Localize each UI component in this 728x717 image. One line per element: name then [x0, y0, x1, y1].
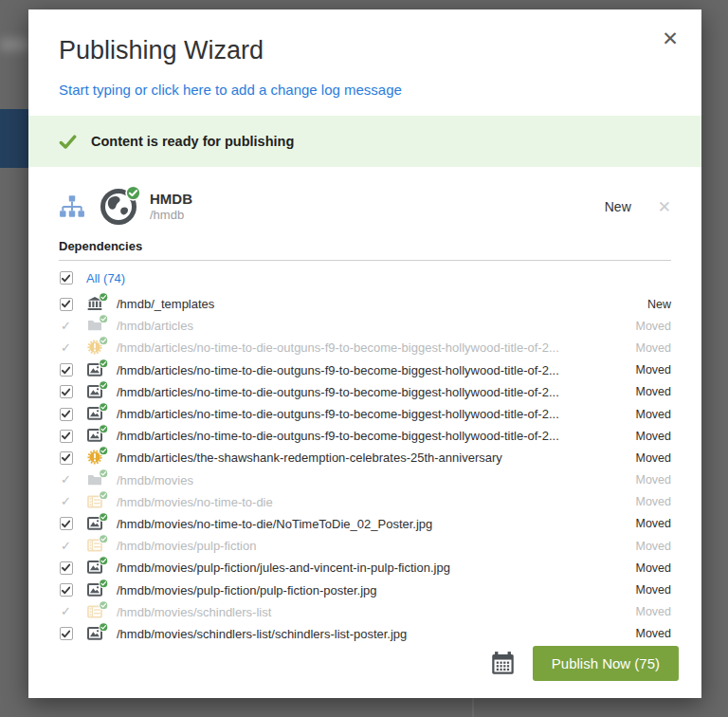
sitemap-icon [59, 194, 85, 219]
checkmark-icon [61, 431, 71, 441]
checkmark-icon [61, 519, 71, 529]
checkmark-icon [61, 365, 71, 376]
dependency-path: /hmdb/movies/no-time-to-die [117, 495, 635, 509]
dependency-row: ✓ /hmdb/movies/pulp-fiction Moved [59, 535, 671, 557]
changelog-message-link[interactable]: Start typing or click here to add a chan… [59, 82, 402, 98]
film-icon [86, 494, 104, 510]
check-badge-icon [99, 424, 109, 434]
film-icon [86, 604, 104, 620]
locked-check-icon: ✓ [61, 540, 71, 553]
schedule-button[interactable] [489, 650, 518, 678]
dependency-path: /hmdb/movies/no-time-to-die/NoTimeToDie_… [117, 517, 635, 531]
dependency-path: /hmdb/articles/no-time-to-die-outguns-f9… [117, 340, 635, 355]
row-checkbox[interactable] [60, 430, 73, 443]
component-icon [86, 340, 104, 356]
dependency-row: /hmdb/articles/no-time-to-die-outguns-f9… [59, 403, 671, 425]
image-icon [86, 384, 104, 400]
close-icon[interactable]: ✕ [658, 27, 682, 51]
check-badge-icon [99, 512, 109, 523]
image-icon [86, 428, 104, 444]
dependency-row: /hmdb/movies/pulp-fiction/jules-and-vinc… [59, 557, 671, 579]
dependency-row: /hmdb/movies/no-time-to-die/NoTimeToDie_… [59, 513, 671, 535]
dependency-row: ✓ /hmdb/movies/no-time-to-die Moved [59, 491, 671, 513]
dependency-status: Moved [635, 627, 671, 640]
check-badge-icon [99, 292, 109, 303]
row-checkbox[interactable] [60, 517, 73, 530]
dependency-status: Moved [635, 583, 671, 597]
dependencies-heading: Dependencies [59, 239, 671, 261]
dependency-status: Moved [635, 561, 671, 575]
checkmark-icon [61, 629, 71, 639]
dependency-status: Moved [635, 605, 671, 618]
dependency-row: /hmdb/articles/no-time-to-die-outguns-f9… [59, 381, 671, 403]
checkmark-icon [61, 299, 71, 309]
background-divider-line [472, 697, 474, 717]
item-status-badge: New [605, 199, 631, 214]
check-badge-icon [99, 336, 109, 346]
dependency-row: ✓ /hmdb/movies Moved [59, 469, 671, 491]
checkmark-icon [61, 585, 71, 596]
publish-item-row: HMDB /hmdb New ✕ [28, 188, 701, 226]
item-path: /hmdb [150, 208, 192, 223]
row-checkbox[interactable] [60, 451, 73, 465]
dependency-list: /hmdb/_templates New ✓ /hmdb/articles Mo… [59, 293, 671, 645]
dependency-status: Moved [635, 408, 671, 421]
remove-item-icon[interactable]: ✕ [658, 197, 671, 216]
check-icon [59, 133, 77, 151]
check-badge-icon [99, 358, 109, 369]
check-badge-icon [99, 380, 109, 391]
image-icon [86, 516, 104, 532]
dependency-status: Moved [635, 517, 671, 530]
dependency-path: /hmdb/movies/pulp-fiction/pulp-fiction-p… [117, 583, 635, 598]
image-icon [86, 406, 104, 422]
row-checkbox[interactable] [60, 363, 73, 377]
folder-icon [86, 472, 104, 488]
checkmark-icon [61, 562, 71, 573]
row-checkbox[interactable] [60, 385, 73, 398]
publish-now-button[interactable]: Publish Now (75) [533, 646, 679, 681]
dependency-row: ✓ /hmdb/articles/no-time-to-die-outguns-… [59, 337, 671, 358]
row-checkbox[interactable] [60, 408, 73, 421]
dependency-path: /hmdb/movies/schindlers-list/schindlers-… [117, 627, 635, 641]
dependency-status: Moved [635, 341, 671, 355]
row-checkbox[interactable] [60, 298, 73, 311]
select-all-label[interactable]: All (74) [86, 271, 125, 285]
check-badge-icon [99, 446, 109, 456]
image-icon [86, 560, 104, 576]
check-badge-icon [99, 600, 109, 611]
check-badge-icon [99, 314, 109, 324]
dependency-status: Moved [635, 385, 671, 398]
dependency-path: /hmdb/movies/pulp-fiction [117, 539, 635, 553]
dependency-path: /hmdb/movies [117, 473, 635, 487]
dependency-status: Moved [635, 540, 671, 553]
image-icon [86, 626, 104, 642]
dependency-status: Moved [635, 430, 671, 443]
row-checkbox[interactable] [60, 627, 73, 640]
row-checkbox[interactable] [60, 561, 73, 575]
dependency-status: Moved [635, 495, 671, 508]
dependency-status: Moved [635, 451, 671, 465]
folder-icon [86, 318, 104, 334]
dialog-footer: Publish Now (75) [489, 646, 679, 681]
status-banner-text: Content is ready for publishing [91, 134, 294, 149]
row-checkbox[interactable] [60, 583, 73, 597]
locked-check-icon: ✓ [61, 605, 71, 618]
image-icon [86, 362, 104, 378]
dependency-row: /hmdb/articles/no-time-to-die-outguns-f9… [59, 359, 671, 381]
locked-check-icon: ✓ [61, 473, 71, 487]
dialog-title: Publishing Wizard [28, 36, 701, 65]
checkmark-icon [61, 409, 71, 419]
calendar-icon [490, 651, 516, 676]
select-all-checkbox[interactable] [60, 271, 73, 285]
dependency-path: /hmdb/articles/no-time-to-die-outguns-f9… [117, 407, 635, 421]
dependency-path: /hmdb/articles/no-time-to-die-outguns-f9… [117, 385, 635, 399]
check-badge-icon [99, 534, 109, 544]
dependency-status: New [647, 298, 671, 311]
dependency-row: /hmdb/movies/schindlers-list/schindlers-… [59, 623, 671, 645]
checkmark-icon [61, 452, 71, 463]
image-icon [86, 582, 104, 598]
site-thumbnail [100, 188, 137, 226]
component-icon [86, 450, 104, 466]
dependency-row: ✓ /hmdb/articles Moved [59, 315, 671, 337]
dependency-row: ✓ /hmdb/movies/schindlers-list Moved [59, 601, 671, 623]
